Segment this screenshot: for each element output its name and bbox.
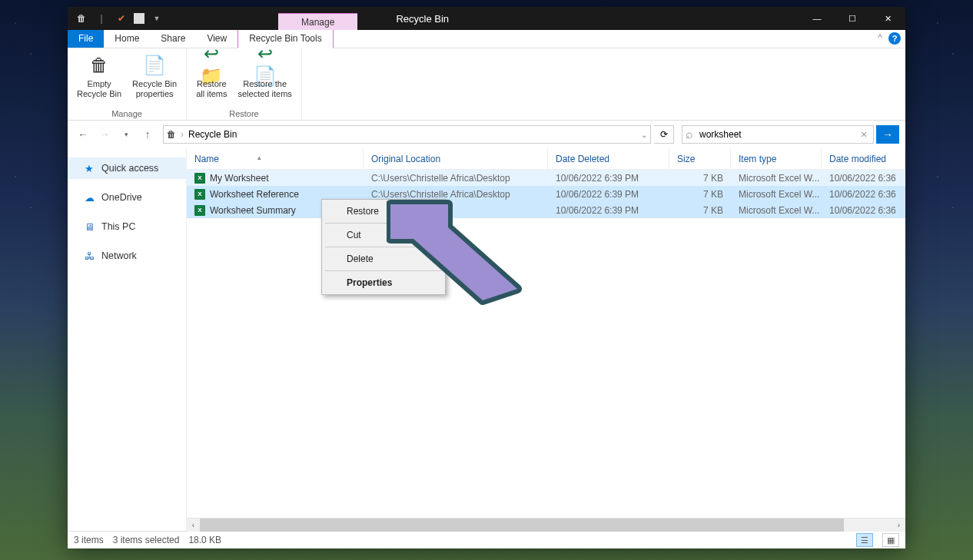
back-button[interactable]: ← [74,125,92,144]
file-size: 7 KB [669,205,731,216]
restsel-label-1: Restore the [243,79,287,89]
tab-file[interactable]: File [68,30,104,48]
up-button[interactable]: ↑ [138,125,157,144]
col-name[interactable]: Name▴ [187,148,364,169]
context-restore[interactable]: Restore [324,201,443,221]
context-delete[interactable]: Delete [324,249,443,269]
file-row[interactable]: XWorksheet Summary \Desktop 10/06/2022 6… [187,202,905,218]
window-controls: — ☐ ✕ [799,7,905,30]
restore-selected-icon: ↩📄 [253,53,277,78]
search-input[interactable] [696,129,855,140]
breadcrumb-text[interactable]: Recycle Bin [188,129,237,140]
clear-search-icon[interactable]: × [855,128,873,141]
navigation-pane[interactable]: ★ Quick access ☁ OneDrive 🖥 This PC 🖧 Ne… [68,148,187,531]
sidebar-network[interactable]: 🖧 Network [68,245,186,267]
collapse-ribbon-icon[interactable]: ^ [878,32,882,45]
tab-share[interactable]: Share [150,30,196,48]
context-cut[interactable]: Cut [324,225,443,245]
file-deleted: 10/06/2022 6:39 PM [548,205,669,216]
excel-icon: X [194,205,205,216]
scroll-right-icon[interactable]: › [892,519,905,532]
recycle-bin-icon[interactable]: 🗑 [74,11,89,26]
tab-recycle-bin-tools[interactable]: Recycle Bin Tools [237,30,334,48]
context-menu: Restore Cut Delete Properties [321,199,446,295]
ribbon-group-manage: 🗑 Empty Recycle Bin 📄 Recycle Bin proper… [68,48,187,120]
address-dropdown-icon[interactable]: ⌄ [641,131,647,139]
file-row[interactable]: XWorksheet Reference C:\Users\Christelle… [187,186,905,202]
file-location: C:\Users\Christelle Africa\Desktop [364,173,548,184]
file-type: Microsoft Excel W... [731,173,822,184]
status-bar: 3 items 3 items selected 18.0 KB ☰ ▦ [68,531,905,548]
recent-dropdown-icon[interactable]: ▾ [117,125,135,144]
ribbon: 🗑 Empty Recycle Bin 📄 Recycle Bin proper… [68,48,905,121]
minimize-button[interactable]: — [799,7,835,30]
context-properties[interactable]: Properties [324,273,443,293]
col-date-modified[interactable]: Date modified [822,148,905,169]
restore-selected-button[interactable]: ↩📄 Restore the selected items [234,50,297,108]
file-name: Worksheet Summary [210,205,296,216]
onedrive-label: OneDrive [101,192,142,203]
restore-all-button[interactable]: ↩📁 Restore all items [191,50,231,108]
file-list[interactable]: XMy Worksheet C:\Users\Christelle Africa… [187,170,905,518]
navigation-bar: ← → ▾ ↑ 🗑 › Recycle Bin ⌄ ⟳ ⌕ × → [68,121,905,148]
file-name: Worksheet Reference [210,189,299,200]
tab-home[interactable]: Home [104,30,150,48]
help-icon[interactable]: ? [888,32,901,45]
excel-icon: X [194,189,205,200]
check-icon[interactable]: ✔ [114,11,129,26]
network-label: Network [101,250,137,261]
search-box[interactable]: ⌕ × [682,125,874,144]
address-bar[interactable]: 🗑 › Recycle Bin ⌄ [163,125,651,144]
empty-label-2: Recycle Bin [77,89,121,99]
restore-all-icon: ↩📁 [199,53,224,78]
sidebar-onedrive[interactable]: ☁ OneDrive [68,187,186,208]
title-bar[interactable]: 🗑 | ✔ ▼ Manage Recycle Bin — ☐ ✕ [68,7,905,30]
file-view: Name▴ Original Location Date Deleted Siz… [187,148,905,531]
sidebar-quick-access[interactable]: ★ Quick access [68,157,186,179]
tab-view[interactable]: View [196,30,237,48]
file-row[interactable]: XMy Worksheet C:\Users\Christelle Africa… [187,170,905,186]
recycle-bin-crumb-icon: 🗑 [167,129,176,140]
new-folder-icon[interactable] [134,13,144,24]
file-deleted: 10/06/2022 6:39 PM [548,189,669,200]
refresh-button[interactable]: ⟳ [654,125,674,144]
forward-button[interactable]: → [95,125,114,144]
col-original-location[interactable]: Original Location [364,148,548,169]
col-item-type[interactable]: Item type [731,148,822,169]
file-modified: 10/06/2022 6:36 [822,173,905,184]
file-size: 7 KB [669,173,731,184]
col-date-deleted[interactable]: Date Deleted [548,148,669,169]
body: ★ Quick access ☁ OneDrive 🖥 This PC 🖧 Ne… [68,148,905,531]
quick-access-toolbar: 🗑 | ✔ ▼ [68,11,171,26]
manage-context-tab[interactable]: Manage [278,13,357,30]
ribbon-tab-strip: File Home Share View Recycle Bin Tools ^… [68,30,905,48]
quick-access-label: Quick access [101,163,158,174]
selected-count: 3 items selected [113,535,180,545]
close-button[interactable]: ✕ [870,7,905,30]
ribbon-group-restore: ↩📁 Restore all items ↩📄 Restore the sele… [187,48,302,120]
file-size: 7 KB [669,189,731,200]
search-icon: ⌕ [682,128,696,141]
file-type: Microsoft Excel W... [731,205,822,216]
col-size[interactable]: Size [669,148,731,169]
recycle-bin-properties-button[interactable]: 📄 Recycle Bin properties [128,50,181,108]
icons-view-button[interactable]: ▦ [882,533,899,547]
contextual-tab-group: Manage [278,7,357,30]
file-name: My Worksheet [210,173,268,184]
file-location: C:\Users\Christelle Africa\Desktop [364,189,548,200]
details-view-button[interactable]: ☰ [856,533,873,547]
maximize-button[interactable]: ☐ [835,7,870,30]
group-label-manage: Manage [111,108,142,120]
file-deleted: 10/06/2022 6:39 PM [548,173,669,184]
column-headers: Name▴ Original Location Date Deleted Siz… [187,148,905,170]
scroll-left-icon[interactable]: ‹ [187,519,200,532]
sidebar-this-pc[interactable]: 🖥 This PC [68,216,186,237]
scroll-thumb[interactable] [200,519,844,532]
search-submit-button[interactable]: → [876,125,899,144]
horizontal-scrollbar[interactable]: ‹ › [187,518,905,531]
empty-recycle-bin-button[interactable]: 🗑 Empty Recycle Bin [72,50,126,108]
qat-dropdown-icon[interactable]: ▼ [149,11,164,26]
file-modified: 10/06/2022 6:36 [822,189,905,200]
context-separator [325,270,442,271]
scroll-track[interactable] [200,519,892,532]
